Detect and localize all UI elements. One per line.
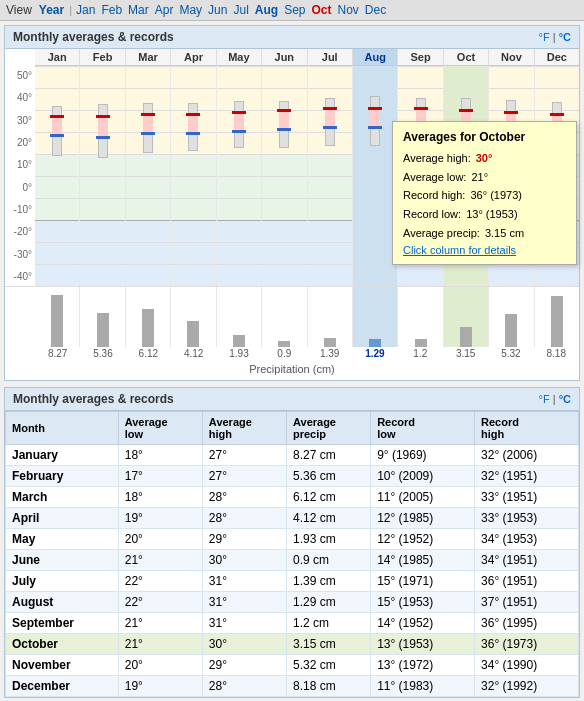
- month-col-jun[interactable]: [262, 66, 307, 286]
- pv-jun: 0.9: [262, 348, 307, 359]
- th-month: Month: [6, 412, 119, 445]
- precip-values-row: 8.27 5.36 6.12 4.12 1.93 0.9 1.39 1.29 1…: [35, 348, 579, 359]
- temp-toggle: °F | °C: [539, 31, 571, 43]
- nav-nov[interactable]: Nov: [336, 3, 361, 17]
- th-record-low: Recordlow: [371, 412, 475, 445]
- table-header: Monthly averages & records °F | °C: [5, 388, 579, 411]
- table-temp-f-link[interactable]: °F: [539, 393, 550, 405]
- y-50: 50°: [5, 70, 35, 81]
- nav-jan[interactable]: Jan: [74, 3, 97, 17]
- month-col-jul[interactable]: [308, 66, 353, 286]
- precip-section: 8.27 5.36 6.12 4.12 1.93 0.9 1.39 1.29 1…: [5, 286, 579, 380]
- precip-col-mar: [126, 287, 171, 347]
- table-title: Monthly averages & records: [13, 392, 174, 406]
- tooltip-record-low: Record low: 13° (1953): [403, 205, 566, 224]
- col-header-dec[interactable]: Dec: [535, 49, 579, 65]
- table-row: July22°31°1.39 cm15° (1971)36° (1951): [6, 571, 579, 592]
- nav-apr[interactable]: Apr: [153, 3, 176, 17]
- temperature-chart: 50° 40° 30° 20° 10° 0° -10° -20° -30° -4…: [5, 66, 579, 286]
- y-0: 0°: [5, 182, 35, 193]
- tooltip-avg-high: Average high: 30°: [403, 149, 566, 168]
- table-temp-c-link[interactable]: °C: [559, 393, 571, 405]
- precip-col-oct: [444, 287, 489, 347]
- y-m20: -20°: [5, 226, 35, 237]
- col-header-jun[interactable]: Jun: [262, 49, 307, 65]
- y-m30: -30°: [5, 249, 35, 260]
- month-col-feb[interactable]: [80, 66, 125, 286]
- tooltip-details-link[interactable]: Click column for details: [403, 244, 516, 256]
- nav-jul[interactable]: Jul: [231, 3, 250, 17]
- nav-mar[interactable]: Mar: [126, 3, 151, 17]
- col-header-jan[interactable]: Jan: [35, 49, 80, 65]
- pv-jul: 1.39: [307, 348, 352, 359]
- pv-sep: 1.2: [398, 348, 443, 359]
- temp-c-link[interactable]: °C: [559, 31, 571, 43]
- col-header-apr[interactable]: Apr: [171, 49, 216, 65]
- tooltip-title: Averages for October: [403, 130, 566, 144]
- chart-section: Monthly averages & records °F | °C Jan F…: [4, 25, 580, 381]
- nav-oct[interactable]: Oct: [309, 3, 333, 17]
- month-headers: Jan Feb Mar Apr May Jun Jul Aug Sep Oct …: [35, 49, 579, 66]
- tooltip-link-row: Click column for details: [403, 244, 566, 256]
- tooltip-record-low-value: 13° (1953): [466, 208, 518, 220]
- col-header-feb[interactable]: Feb: [80, 49, 125, 65]
- nav-sep[interactable]: Sep: [282, 3, 307, 17]
- table-row: March18°28°6.12 cm11° (2005)33° (1951): [6, 487, 579, 508]
- month-col-may[interactable]: [217, 66, 262, 286]
- tooltip-record-high-value: 36° (1973): [470, 189, 522, 201]
- col-header-may[interactable]: May: [217, 49, 262, 65]
- month-col-mar[interactable]: [126, 66, 171, 286]
- chart-header: Monthly averages & records °F | °C: [5, 26, 579, 49]
- tooltip-avg-high-value: 30°: [476, 152, 493, 164]
- nav-feb[interactable]: Feb: [99, 3, 124, 17]
- table-row: November20°29°5.32 cm13° (1972)34° (1990…: [6, 655, 579, 676]
- month-col-apr[interactable]: [171, 66, 216, 286]
- tooltip-record-low-label: Record low:: [403, 208, 461, 220]
- tooltip-record-high: Record high: 36° (1973): [403, 186, 566, 205]
- col-header-nov[interactable]: Nov: [489, 49, 534, 65]
- col-header-oct[interactable]: Oct: [444, 49, 489, 65]
- precip-col-dec: [535, 287, 579, 347]
- precip-col-nov: [489, 287, 534, 347]
- precip-col-sep: [398, 287, 443, 347]
- table-section: Monthly averages & records °F | °C Month…: [4, 387, 580, 698]
- col-header-sep[interactable]: Sep: [398, 49, 443, 65]
- precip-col-feb: [80, 287, 125, 347]
- precip-title: Precipitation (cm): [5, 359, 579, 380]
- table-container: Month Averagelow Averagehigh Averageprec…: [5, 411, 579, 697]
- y-m40: -40°: [5, 271, 35, 282]
- precip-bars-row: [35, 287, 579, 347]
- table-row: April19°28°4.12 cm12° (1985)33° (1953): [6, 508, 579, 529]
- nav-may[interactable]: May: [177, 3, 204, 17]
- nav-year[interactable]: Year: [36, 3, 67, 17]
- col-header-jul[interactable]: Jul: [308, 49, 353, 65]
- th-avg-low: Averagelow: [118, 412, 202, 445]
- oct-tooltip: Averages for October Average high: 30° A…: [392, 121, 577, 265]
- tooltip-avg-low-label: Average low:: [403, 171, 466, 183]
- table-header-row: Month Averagelow Averagehigh Averageprec…: [6, 412, 579, 445]
- tooltip-record-high-label: Record high:: [403, 189, 465, 201]
- precip-col-jan: [35, 287, 80, 347]
- y-10: 10°: [5, 159, 35, 170]
- pv-apr: 4.12: [171, 348, 216, 359]
- top-nav: View Year | Jan Feb Mar Apr May Jun Jul …: [0, 0, 584, 21]
- nav-jun[interactable]: Jun: [206, 3, 229, 17]
- table-row: February17°27°5.36 cm10° (2009)32° (1951…: [6, 466, 579, 487]
- table-row: December19°28°8.18 cm11° (1983)32° (1992…: [6, 676, 579, 697]
- precip-col-apr: [171, 287, 216, 347]
- tooltip-avg-low: Average low: 21°: [403, 168, 566, 187]
- table-row: September21°31°1.2 cm14° (1952)36° (1995…: [6, 613, 579, 634]
- temp-f-link[interactable]: °F: [539, 31, 550, 43]
- pv-nov: 5.32: [488, 348, 533, 359]
- col-header-mar[interactable]: Mar: [126, 49, 171, 65]
- table-row: January18°27°8.27 cm9° (1969)32° (2006): [6, 445, 579, 466]
- y-20: 20°: [5, 137, 35, 148]
- nav-aug[interactable]: Aug: [253, 3, 280, 17]
- precip-col-aug: [353, 287, 398, 347]
- month-col-jan[interactable]: [35, 66, 80, 286]
- precip-col-may: [217, 287, 262, 347]
- col-header-aug[interactable]: Aug: [353, 49, 398, 65]
- pv-may: 1.93: [216, 348, 261, 359]
- nav-dec[interactable]: Dec: [363, 3, 388, 17]
- th-avg-high: Averagehigh: [202, 412, 286, 445]
